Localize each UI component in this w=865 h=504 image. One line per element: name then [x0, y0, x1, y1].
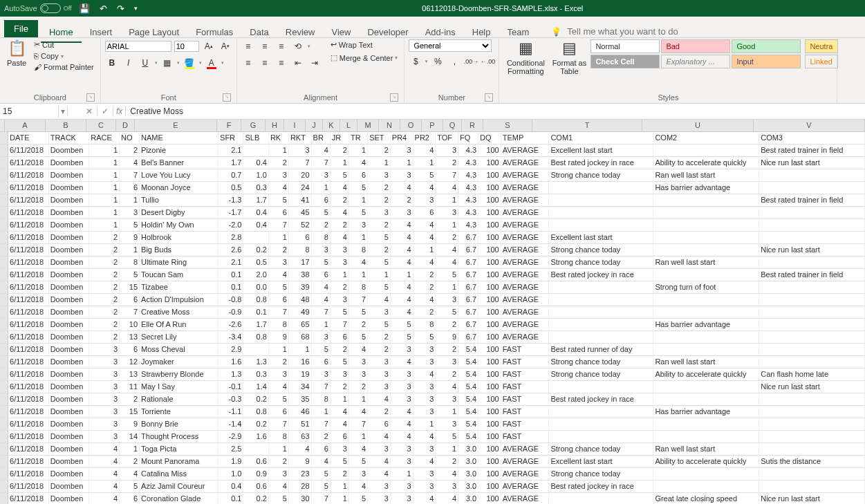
cell[interactable]: 6/11/2018 — [8, 468, 49, 480]
cell[interactable]: Doomben — [49, 381, 90, 393]
cell[interactable]: 0.2 — [243, 493, 268, 504]
cell[interactable] — [653, 480, 759, 492]
cell[interactable]: 3 — [436, 144, 458, 156]
cell[interactable]: -1.1 — [218, 406, 243, 418]
row-header[interactable] — [0, 132, 8, 144]
cell[interactable]: 3 — [331, 294, 349, 306]
select-all-corner[interactable] — [0, 120, 5, 131]
cell[interactable]: AVERAGE — [501, 157, 550, 169]
cell[interactable]: 4.3 — [458, 207, 478, 218]
cell[interactable]: 1 — [413, 418, 436, 430]
cell[interactable]: 2 — [368, 331, 391, 343]
cell[interactable]: Doomben — [49, 356, 90, 368]
cell[interactable]: 3 — [89, 406, 120, 418]
cell[interactable] — [243, 443, 268, 455]
row-header[interactable] — [0, 144, 8, 156]
cell[interactable]: 3 — [391, 456, 413, 467]
cell[interactable]: PR4 — [391, 132, 413, 144]
cell[interactable]: 9 — [289, 456, 312, 467]
cell[interactable]: 45 — [289, 207, 312, 218]
cell[interactable]: FAST — [501, 381, 550, 393]
cell[interactable]: 7 — [269, 219, 289, 231]
cell[interactable]: Doomben — [49, 182, 90, 194]
cell[interactable]: 6 — [331, 331, 349, 343]
cell[interactable]: Ran well last start — [653, 356, 759, 368]
cell[interactable]: 100 — [478, 194, 501, 206]
cell[interactable]: 5 — [391, 319, 413, 330]
cell[interactable]: 1 — [436, 281, 458, 293]
cell[interactable]: 2 — [269, 456, 289, 467]
cell[interactable]: 7 — [436, 169, 458, 181]
cell[interactable]: 4 — [368, 393, 391, 405]
tell-me-search[interactable]: 💡 — [551, 26, 720, 37]
cell[interactable]: 100 — [478, 356, 501, 368]
col-header-D[interactable]: D — [116, 120, 135, 131]
cell[interactable]: 3 — [312, 368, 331, 380]
cell[interactable]: AVERAGE — [501, 207, 550, 218]
cell[interactable]: 4.3 — [458, 169, 478, 181]
cell[interactable]: Strong turn of foot — [653, 281, 759, 293]
cell[interactable]: 6/11/2018 — [8, 368, 49, 380]
cell[interactable]: 3 — [89, 356, 120, 368]
cell[interactable]: 6/11/2018 — [8, 431, 49, 442]
cell[interactable]: Doomben — [49, 393, 90, 405]
cell[interactable]: Doomben — [49, 418, 90, 430]
cell[interactable]: -0.8 — [218, 294, 243, 306]
cell[interactable] — [759, 406, 865, 418]
cell[interactable]: 35 — [289, 393, 312, 405]
row-header[interactable] — [0, 219, 8, 231]
cell[interactable] — [759, 319, 865, 330]
cell[interactable] — [759, 232, 865, 243]
cell[interactable]: 1.9 — [218, 456, 243, 467]
cell[interactable]: 6/11/2018 — [8, 480, 49, 492]
cell[interactable]: 4 — [349, 443, 368, 455]
cell[interactable]: Best rated trainer in field — [759, 144, 865, 156]
cell[interactable]: 1 — [89, 194, 120, 206]
cell[interactable]: 5 — [312, 256, 331, 268]
cell[interactable]: 1.0 — [218, 468, 243, 480]
cell[interactable]: 4 — [349, 256, 368, 268]
cell[interactable]: -0.1 — [218, 381, 243, 393]
cell[interactable]: 4 — [289, 443, 312, 455]
cell[interactable] — [759, 294, 865, 306]
cell[interactable]: 3 — [413, 344, 436, 355]
cell[interactable]: 1.3 — [243, 356, 268, 368]
cell[interactable]: 3 — [368, 356, 391, 368]
cell[interactable]: -0.9 — [218, 306, 243, 318]
cell[interactable]: 100 — [478, 281, 501, 293]
cell[interactable]: Mount Panorama — [140, 456, 218, 467]
cell[interactable]: 3 — [269, 468, 289, 480]
cell[interactable] — [759, 256, 865, 268]
merge-center-button[interactable]: ⬚Merge & Center▾ — [328, 53, 400, 63]
cell[interactable]: 3.0 — [458, 468, 478, 480]
cell[interactable]: 4 — [349, 406, 368, 418]
cell[interactable]: 3 — [368, 493, 391, 504]
cell[interactable]: 2.1 — [218, 256, 243, 268]
cell[interactable]: Excellent last start — [549, 144, 653, 156]
cell[interactable]: AVERAGE — [501, 294, 550, 306]
cell[interactable] — [243, 232, 268, 243]
cell[interactable]: 6/11/2018 — [8, 443, 49, 455]
cell[interactable]: Nice run last start — [759, 381, 865, 393]
cell[interactable]: 5 — [312, 207, 331, 218]
paste-button[interactable]: 📋 Paste — [4, 39, 29, 67]
align-right-icon[interactable]: ≡ — [275, 56, 288, 70]
cell[interactable]: 2.5 — [218, 443, 243, 455]
cell[interactable]: 5 — [413, 169, 436, 181]
cell[interactable]: 2 — [89, 256, 120, 268]
decrease-font-icon[interactable]: A▾ — [218, 39, 232, 53]
cell[interactable]: 28 — [289, 480, 312, 492]
cell[interactable]: 12 — [120, 356, 140, 368]
cell[interactable]: 2 — [368, 194, 391, 206]
cell[interactable]: 4 — [391, 418, 413, 430]
cell[interactable]: 0.6 — [243, 480, 268, 492]
cell[interactable]: 2 — [436, 368, 458, 380]
cell[interactable]: 1 — [269, 144, 289, 156]
cell[interactable]: 3 — [391, 144, 413, 156]
cell-styles-gallery[interactable]: Normal Bad Good Check Cell Explanatory .… — [590, 39, 801, 68]
cell[interactable] — [653, 393, 759, 405]
fill-color-button[interactable]: 🪣 — [183, 56, 196, 70]
row-header[interactable] — [0, 269, 8, 281]
cell[interactable]: 0.4 — [243, 157, 268, 169]
cell[interactable]: 100 — [478, 331, 501, 343]
